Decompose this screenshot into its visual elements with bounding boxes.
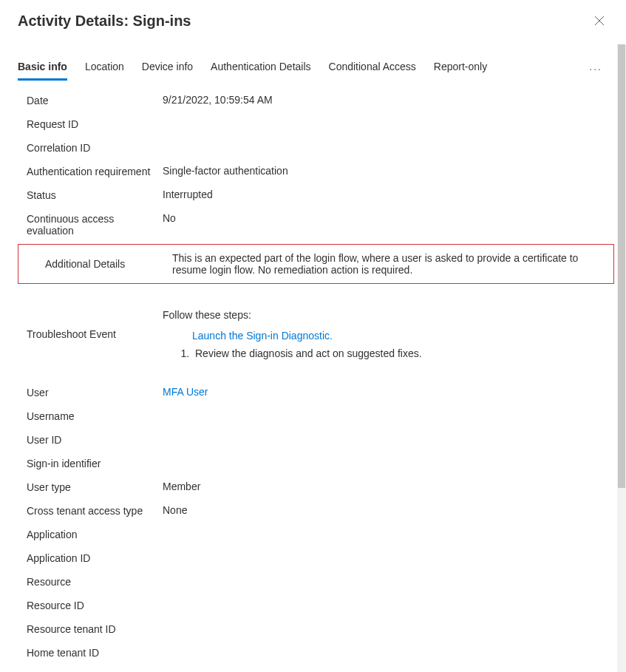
label-home-tenant-id: Home tenant ID [27, 646, 163, 659]
row-resource-id: Resource ID [0, 594, 626, 618]
label-resource-id: Resource ID [27, 599, 163, 611]
row-date: Date 9/21/2022, 10:59:54 AM [0, 89, 626, 113]
row-username: Username [0, 405, 626, 429]
page-title: Activity Details: Sign-ins [18, 13, 191, 30]
label-application: Application [27, 528, 163, 540]
tab-report-only[interactable]: Report-only [434, 56, 487, 81]
label-troubleshoot: Troubleshoot Event [27, 309, 163, 340]
tab-basic-info[interactable]: Basic info [18, 56, 67, 81]
row-status: Status Interrupted [0, 184, 626, 208]
value-cae: No [163, 212, 608, 224]
close-icon [594, 16, 605, 26]
troubleshoot-steps-list: Review the diagnosis and act on suggeste… [163, 347, 596, 359]
spacer [0, 364, 626, 381]
row-resource-tenant-id: Resource tenant ID [0, 618, 626, 642]
row-user-type: User type Member [0, 476, 626, 500]
row-signin-identifier: Sign-in identifier [0, 452, 626, 476]
label-user: User [27, 386, 163, 398]
label-cross-tenant: Cross tenant access type [27, 504, 163, 517]
value-auth-requirement: Single-factor authentication [163, 165, 608, 177]
value-cross-tenant: None [163, 504, 608, 516]
tabs-bar: Basic info Location Device info Authenti… [0, 56, 626, 81]
row-request-id: Request ID [0, 113, 626, 137]
label-correlation-id: Correlation ID [27, 141, 163, 154]
close-button[interactable] [591, 12, 608, 30]
value-troubleshoot: Follow these steps: Launch the Sign-in D… [163, 309, 608, 359]
label-auth-requirement: Authentication requirement [27, 165, 163, 177]
row-cae: Continuous access evaluation No [0, 208, 626, 241]
label-status: Status [27, 189, 163, 201]
row-cross-tenant: Cross tenant access type None [0, 500, 626, 523]
scrollbar-thumb[interactable] [618, 44, 625, 488]
row-application-id: Application ID [0, 547, 626, 571]
label-resource-tenant-id: Resource tenant ID [27, 622, 163, 635]
value-user-type: Member [163, 481, 608, 492]
label-resource: Resource [27, 575, 163, 588]
troubleshoot-step-1: Review the diagnosis and act on suggeste… [192, 347, 596, 359]
row-user-id: User ID [0, 429, 626, 452]
label-application-id: Application ID [27, 551, 163, 564]
tab-conditional-access[interactable]: Conditional Access [329, 56, 416, 81]
user-link[interactable]: MFA User [163, 386, 208, 398]
tab-location[interactable]: Location [85, 56, 124, 81]
row-correlation-id: Correlation ID [0, 137, 626, 160]
value-user: MFA User [163, 386, 608, 398]
ellipsis-icon: ··· [589, 63, 602, 75]
launch-diagnostic-link[interactable]: Launch the Sign-in Diagnostic. [163, 321, 596, 347]
row-home-tenant-id: Home tenant ID [0, 642, 626, 664]
label-user-type: User type [27, 481, 163, 493]
value-status: Interrupted [163, 189, 608, 200]
label-signin-identifier: Sign-in identifier [27, 457, 163, 469]
more-button[interactable]: ··· [583, 60, 608, 78]
tabs: Basic info Location Device info Authenti… [18, 56, 583, 81]
value-date: 9/21/2022, 10:59:54 AM [163, 94, 608, 106]
value-additional-details: This is an expected part of the login fl… [172, 252, 602, 276]
tab-authentication-details[interactable]: Authentication Details [211, 56, 310, 81]
panel-header: Activity Details: Sign-ins [0, 0, 626, 38]
troubleshoot-intro: Follow these steps: [163, 309, 596, 321]
row-user: User MFA User [0, 381, 626, 405]
label-request-id: Request ID [27, 118, 163, 130]
row-resource: Resource [0, 571, 626, 594]
details-content: Date 9/21/2022, 10:59:54 AM Request ID C… [0, 81, 626, 664]
tab-device-info[interactable]: Device info [142, 56, 193, 81]
spacer [0, 287, 626, 305]
row-application: Application [0, 523, 626, 547]
label-cae: Continuous access evaluation [27, 212, 163, 237]
label-user-id: User ID [27, 433, 163, 446]
label-username: Username [27, 410, 163, 422]
row-additional-details: Additional Details This is an expected p… [18, 244, 614, 284]
row-auth-requirement: Authentication requirement Single-factor… [0, 160, 626, 184]
label-date: Date [27, 94, 163, 106]
row-troubleshoot: Troubleshoot Event Follow these steps: L… [0, 305, 626, 364]
label-additional-details: Additional Details [45, 252, 172, 270]
